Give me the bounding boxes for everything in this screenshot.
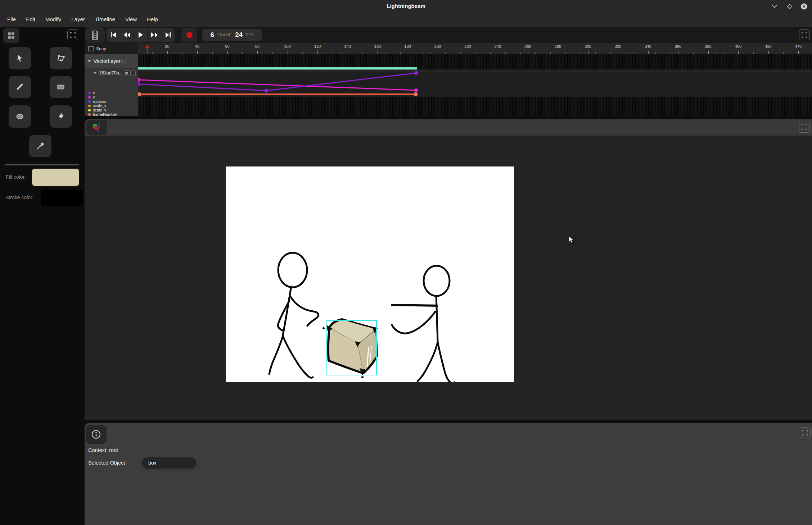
figure-torso xyxy=(436,296,438,342)
property-color-dot xyxy=(88,113,91,116)
skip-start-button[interactable] xyxy=(107,28,120,42)
object-ease-toggle[interactable]: ~ xyxy=(130,70,136,76)
stroke-color-label: Stroke color: xyxy=(5,195,34,200)
figure-head xyxy=(278,253,307,287)
curve-editor-area[interactable] xyxy=(138,69,812,97)
close-icon xyxy=(800,3,808,10)
property-name: rotation xyxy=(93,99,106,104)
stroke-color-swatch[interactable] xyxy=(41,190,83,206)
ruler-tick xyxy=(408,51,408,54)
close-button[interactable] xyxy=(800,3,808,10)
menu-modify[interactable]: Modify xyxy=(40,12,66,27)
property-list: xyrotationscale_xscale_yframeNumber xyxy=(85,91,138,116)
pencil-tool-button[interactable] xyxy=(9,76,31,98)
selected-object-field[interactable]: box xyxy=(142,457,196,468)
ruler-tick xyxy=(438,51,438,54)
object-section: 151ad70a... ~ xyrotationscale_xscale_yfr… xyxy=(85,68,138,116)
film-button[interactable] xyxy=(85,27,105,43)
skip-end-button[interactable] xyxy=(161,28,175,42)
timeline-expand-button[interactable] xyxy=(799,29,810,40)
layer-badge: [L] xyxy=(121,59,126,63)
tools-panel: Fill color: Stroke color: xyxy=(0,27,84,525)
minimize-button[interactable] xyxy=(770,3,779,10)
paint-bucket-icon xyxy=(56,112,66,121)
menu-help[interactable]: Help xyxy=(142,12,163,27)
ruler-tick xyxy=(798,51,799,54)
snap-label: Snap xyxy=(96,46,106,51)
playhead[interactable] xyxy=(145,44,150,56)
rectangle-tool-button[interactable] xyxy=(50,76,72,98)
frame-value: 6 xyxy=(210,31,214,39)
rewind-button[interactable] xyxy=(120,28,134,42)
context-text: Context: root xyxy=(88,447,118,453)
expand-icon xyxy=(802,124,807,130)
object-solid-toggle[interactable] xyxy=(124,70,129,76)
box-object[interactable] xyxy=(324,319,378,377)
tools-expand-button[interactable] xyxy=(67,29,78,40)
snap-checkbox[interactable] xyxy=(88,46,94,51)
ruler-label: 120 xyxy=(314,44,321,49)
fill-color-label: Fill color: xyxy=(6,174,26,180)
collapse-triangle-icon[interactable] xyxy=(93,72,97,74)
info-expand-button[interactable] xyxy=(800,427,811,438)
record-button[interactable] xyxy=(181,28,197,42)
left-stick-figure[interactable] xyxy=(269,253,319,378)
info-panel: Context: root Selected Object box xyxy=(85,423,812,525)
property-name: frameNumber xyxy=(93,112,117,116)
menu-layer[interactable]: Layer xyxy=(66,12,90,27)
menu-edit[interactable]: Edit xyxy=(21,12,40,27)
property-color-dot xyxy=(88,92,91,94)
object-id: 151ad70a... xyxy=(99,70,123,76)
frame-fps-display[interactable]: 6 FRAME 24 FPS xyxy=(202,29,262,41)
paint-bucket-tool-button[interactable] xyxy=(50,105,72,128)
ruler-label: 300 xyxy=(585,44,591,49)
layer-row[interactable]: VectorLayer [L] xyxy=(85,54,138,68)
expand-icon xyxy=(802,32,807,38)
ellipse-tool-button[interactable] xyxy=(9,105,31,128)
square-icon xyxy=(125,72,128,74)
film-strip-icon xyxy=(91,31,99,40)
right-stick-figure[interactable] xyxy=(392,266,455,382)
collapse-triangle-icon[interactable] xyxy=(87,60,91,62)
fill-color-swatch[interactable] xyxy=(32,169,79,186)
play-icon xyxy=(138,32,143,38)
property-name: x xyxy=(93,91,95,95)
play-button[interactable] xyxy=(134,28,148,42)
selected-object-value: box xyxy=(148,460,157,466)
property-x[interactable]: x xyxy=(85,91,138,95)
property-scale_x[interactable]: scale_x xyxy=(85,104,138,108)
ruler-label: 160 xyxy=(374,44,381,49)
stage[interactable] xyxy=(226,166,514,382)
info-button[interactable] xyxy=(86,425,107,444)
maximize-button[interactable] xyxy=(785,3,794,10)
playhead-icon xyxy=(145,44,150,54)
ruler-tick xyxy=(468,51,468,54)
transform-tool-button[interactable] xyxy=(50,47,72,69)
lower-frames-strip[interactable] xyxy=(138,97,812,116)
select-tool-button[interactable] xyxy=(9,47,31,69)
shapes-button[interactable] xyxy=(86,120,107,135)
eyedropper-tool-button[interactable] xyxy=(29,135,51,157)
title-bar: Lightningbeam xyxy=(0,0,812,12)
property-scale_y[interactable]: scale_y xyxy=(85,108,138,112)
object-row[interactable]: 151ad70a... ~ xyxy=(85,68,138,78)
timeline-ruler[interactable]: 0204060801001201401601802002202402602803… xyxy=(85,43,812,54)
property-y[interactable]: y xyxy=(85,95,138,99)
ruler-label: 320 xyxy=(615,44,621,49)
menu-file[interactable]: File xyxy=(2,12,21,27)
ruler-tick xyxy=(317,51,318,54)
canvas-expand-button[interactable] xyxy=(799,122,810,133)
ruler-tick xyxy=(558,51,558,54)
fast-forward-icon xyxy=(151,32,158,37)
menu-timeline[interactable]: Timeline xyxy=(90,12,120,27)
property-frameNumber[interactable]: frameNumber xyxy=(85,112,138,116)
ruler-label: 220 xyxy=(464,44,471,49)
fast-forward-button[interactable] xyxy=(148,28,161,42)
menu-view[interactable]: View xyxy=(120,12,142,27)
ruler-label: 200 xyxy=(434,44,441,49)
property-rotation[interactable]: rotation xyxy=(85,99,138,104)
panel-grid-button[interactable] xyxy=(3,28,19,43)
ruler-label: 340 xyxy=(645,44,651,49)
canvas-area[interactable] xyxy=(85,136,812,420)
layer-frames-strip[interactable] xyxy=(138,54,812,69)
